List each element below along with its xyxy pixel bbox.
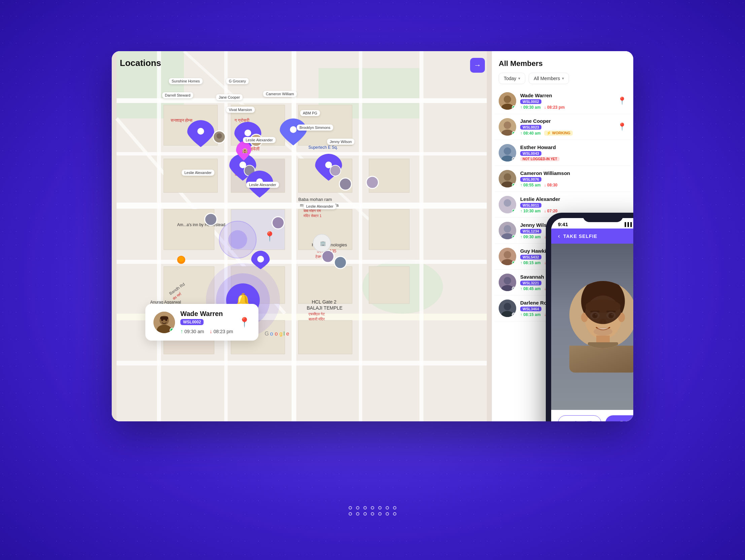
members-title: All Members [499,59,626,68]
map-arrow-button[interactable]: → [470,58,485,73]
svg-point-119 [504,303,511,310]
svg-text:Supertech E Sq.: Supertech E Sq. [309,145,338,150]
dot-2-5[interactable] [378,512,382,516]
member-checkin-cameron: ↑ 08:55 am [520,183,541,187]
member-avatar-leslie [499,196,516,213]
member-item-wade[interactable]: Wade Warren WSL0002 ↑ 09:30 am ↓ 08:23 p… [495,88,630,114]
svg-point-105 [504,173,511,181]
svg-text:सनशाइन होम्स: सनशाइन होम्स [170,118,193,123]
dot-2-2[interactable] [356,512,359,516]
svg-text:Baba mohan ram: Baba mohan ram [298,197,332,202]
member-popup-wade[interactable]: Wade Warren WSL0002 ↑ 09:30 am ↓ 08:23 p… [145,304,258,341]
members-header: All Members Today ▾ All Members ▾ [492,51,633,88]
map-title: Locations [120,58,161,68]
phone-notch [583,213,623,222]
member-item-cameron[interactable]: Cameron Williamson WSL0076 ↑ 08:55 am ↓ … [495,166,630,192]
svg-point-113 [504,251,511,258]
member-checkin-guy: ↑ 08:15 am [520,260,541,265]
dot-2-1[interactable] [349,512,352,516]
svg-point-74 [339,178,352,190]
face-circle-container [569,281,633,348]
member-status-dot-jenny [512,235,516,239]
svg-rect-5 [117,152,487,155]
svg-point-86 [179,256,184,262]
popup-avatar [154,312,175,333]
member-info-esther: Esther Howard WSL0043 NOT LOGGED-IN YET [520,144,626,161]
member-avatar-darlene [499,300,516,317]
map-label-jane: Jane Cooper [216,94,242,100]
member-checkin-savannah: ↑ 08:45 am [520,286,541,291]
dot-2-3[interactable] [363,512,367,516]
back-button[interactable]: ‹ [558,232,560,240]
dot-1-2[interactable] [356,506,359,509]
member-item-jane[interactable]: Jane Cooper WSL0023 ↑ 08:40 am ⚡ WORKING… [495,114,630,140]
dot-2-4[interactable] [371,512,374,516]
svg-point-116 [504,277,511,284]
map-label-darrell: Darrell Steward [162,92,193,98]
member-avatar-savannah [499,274,516,291]
dot-1-5[interactable] [378,506,382,509]
member-id-wade: WSL0002 [520,99,542,104]
dot-1-1[interactable] [349,506,352,509]
svg-text:HCL Gate 2: HCL Gate 2 [312,299,337,305]
member-status-dot-wade [512,105,516,110]
svg-point-78 [272,217,284,229]
popup-name: Wade Warren [181,310,233,318]
svg-rect-31 [369,267,410,304]
svg-rect-94 [160,316,168,320]
svg-rect-14 [420,51,424,421]
svg-point-75 [366,176,379,188]
member-filter-dropdown[interactable]: All Members ▾ [529,73,569,84]
status-icons: ▐▐▐ WiFi 🔋 [623,222,633,227]
svg-text:l: l [284,331,285,337]
member-times-cameron: ↑ 08:55 am ↓ 08:30 [520,183,626,187]
dot-1-7[interactable] [393,506,396,509]
popup-location-pin: 📍 [238,317,250,328]
member-pin-wade: 📍 [617,97,626,105]
map-label-abm: ABM PG [300,110,320,116]
member-avatar-guy [499,248,516,265]
map-label-leslie1: Leslie Alexander [243,137,276,143]
svg-text:g: g [280,331,283,337]
svg-point-83 [257,256,264,262]
dot-1-6[interactable] [386,506,389,509]
popup-checkin-time: 09:30 am [185,329,204,334]
dot-2-6[interactable] [386,512,389,516]
dot-2-7[interactable] [393,512,396,516]
member-name-wade: Wade Warren [520,93,613,98]
map-svg: सनशाइन होम्स ग ग्रोसरी विवट हवेली कैपि 2… [112,51,492,421]
map-label-leslie2: Leslie Alexander [182,169,214,176]
svg-point-82 [334,256,347,269]
checkin-arrow: ↑ [181,329,183,335]
member-filter-chevron: ▾ [562,76,564,81]
member-info-cameron: Cameron Williamson WSL0076 ↑ 08:55 am ↓ … [520,170,626,187]
member-status-dot-darlene [512,313,516,317]
member-item-esther[interactable]: Esther Howard WSL0043 NOT LOGGED-IN YET [495,140,630,166]
selfie-person [569,281,633,373]
map-label-jenny: Jenny Wilson [327,139,354,145]
svg-text:एचसीएल गेट: एचसीएल गेट [308,312,325,316]
map-label-grocery: G Grocery [226,78,249,84]
time-filter-dropdown[interactable]: Today ▾ [499,73,525,84]
working-badge-jane: ⚡ WORKING [544,131,573,136]
svg-point-65 [217,133,222,139]
member-id-jenny: WSL1234 [520,229,542,234]
retake-selfie-button[interactable]: Retake Selfie [558,415,601,421]
dots-row-1 [349,506,396,509]
map-label-brooklyn: Brooklyn Simmons [297,125,333,131]
confirm-selfie-button[interactable]: Confirm Selfie [605,415,633,421]
dot-1-4[interactable] [371,506,374,509]
dot-1-3[interactable] [363,506,367,509]
selfie-image-area [551,244,633,410]
svg-text:BALAJI TEMPLE: BALAJI TEMPLE [307,305,343,311]
member-id-leslie: WSL0011 [520,203,542,208]
member-pin-jane: 📍 [617,123,626,131]
svg-point-68 [290,126,297,133]
pagination-dots [349,506,396,516]
member-status-dot-esther [512,157,516,161]
svg-point-108 [504,199,511,207]
svg-point-96 [504,96,511,103]
member-checkin-leslie: ↑ 10:30 am [520,209,541,213]
member-name-esther: Esther Howard [520,144,626,150]
map-label-leslie4: Leslie Alexander [303,203,336,209]
